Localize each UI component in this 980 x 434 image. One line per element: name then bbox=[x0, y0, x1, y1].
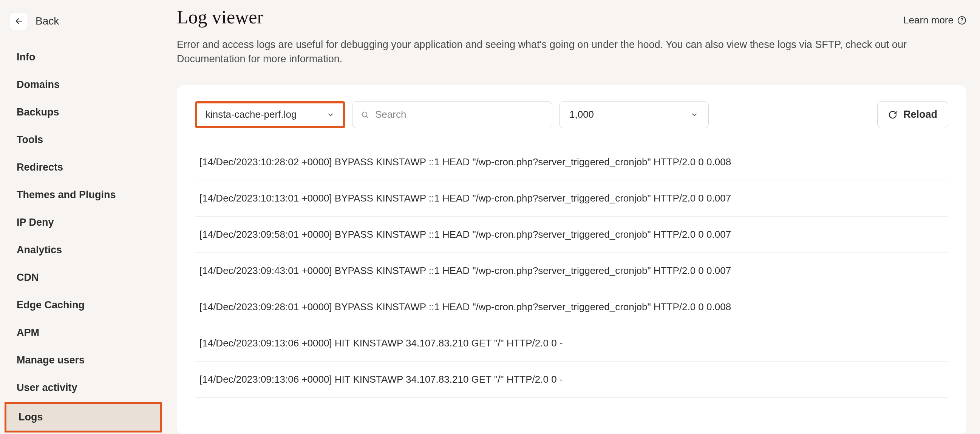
log-row: [14/Dec/2023:09:58:01 +0000] BYPASS KINS… bbox=[195, 217, 948, 253]
log-panel: kinsta-cache-perf.log 1,000 Reload bbox=[177, 85, 966, 434]
sidebar-item-cdn[interactable]: CDN bbox=[5, 264, 162, 291]
main: Log viewer Learn more Error and access l… bbox=[166, 0, 980, 434]
sidebar-item-label: Themes and Plugins bbox=[17, 189, 116, 201]
sidebar-item-edge-caching[interactable]: Edge Caching bbox=[5, 292, 162, 318]
learn-more-label: Learn more bbox=[903, 14, 953, 26]
log-row: [14/Dec/2023:10:28:02 +0000] BYPASS KINS… bbox=[195, 144, 948, 181]
sidebar-item-label: CDN bbox=[17, 272, 39, 284]
svg-point-2 bbox=[961, 22, 962, 23]
sidebar-item-redirects[interactable]: Redirects bbox=[5, 154, 162, 181]
sidebar-item-label: Analytics bbox=[17, 244, 62, 256]
page-title: Log viewer bbox=[177, 6, 263, 28]
log-file-select[interactable]: kinsta-cache-perf.log bbox=[195, 101, 345, 128]
sidebar-item-domains[interactable]: Domains bbox=[5, 71, 162, 98]
svg-point-3 bbox=[362, 112, 367, 117]
reload-button[interactable]: Reload bbox=[877, 101, 948, 128]
sidebar-item-backups[interactable]: Backups bbox=[5, 99, 162, 126]
search-input[interactable] bbox=[375, 109, 544, 120]
sidebar-item-manage-users[interactable]: Manage users bbox=[5, 347, 162, 374]
sidebar-item-label: IP Deny bbox=[17, 217, 54, 228]
svg-line-4 bbox=[366, 116, 368, 118]
row-count-value: 1,000 bbox=[570, 109, 594, 120]
sidebar-item-label: Info bbox=[17, 51, 35, 63]
log-row: [14/Dec/2023:09:13:06 +0000] HIT KINSTAW… bbox=[195, 361, 948, 398]
sidebar-item-label: Domains bbox=[17, 79, 60, 90]
sidebar-item-label: Redirects bbox=[17, 162, 63, 173]
back-row: Back bbox=[5, 9, 162, 41]
search-icon bbox=[361, 111, 369, 119]
chevron-down-icon bbox=[326, 111, 335, 119]
chevron-down-icon bbox=[690, 111, 698, 119]
sidebar-item-label: User activity bbox=[17, 382, 78, 394]
sidebar-item-label: Manage users bbox=[17, 354, 84, 366]
help-circle-icon bbox=[957, 16, 966, 25]
sidebar-item-label: Backups bbox=[17, 106, 59, 118]
sidebar-item-ip-deny[interactable]: IP Deny bbox=[5, 209, 162, 236]
sidebar-item-tools[interactable]: Tools bbox=[5, 127, 162, 153]
row-count-select[interactable]: 1,000 bbox=[559, 101, 709, 128]
controls-row: kinsta-cache-perf.log 1,000 Reload bbox=[195, 101, 948, 128]
log-file-select-value: kinsta-cache-perf.log bbox=[205, 109, 297, 120]
sidebar-item-label: Logs bbox=[19, 411, 43, 423]
sidebar-item-logs[interactable]: Logs bbox=[5, 402, 162, 432]
arrow-left-icon bbox=[15, 17, 23, 25]
log-row: [14/Dec/2023:09:28:01 +0000] BYPASS KINS… bbox=[195, 289, 948, 325]
sidebar-nav: Info Domains Backups Tools Redirects The… bbox=[5, 44, 162, 432]
back-button[interactable] bbox=[10, 12, 28, 30]
search-box[interactable] bbox=[352, 101, 552, 128]
log-list: [14/Dec/2023:10:28:02 +0000] BYPASS KINS… bbox=[195, 144, 948, 398]
sidebar-item-info[interactable]: Info bbox=[5, 44, 162, 71]
sidebar-item-user-activity[interactable]: User activity bbox=[5, 374, 162, 401]
sidebar-item-label: Edge Caching bbox=[17, 299, 84, 311]
log-row: [14/Dec/2023:09:13:06 +0000] HIT KINSTAW… bbox=[195, 325, 948, 361]
header-row: Log viewer Learn more bbox=[177, 6, 966, 28]
sidebar-item-label: APM bbox=[17, 327, 39, 339]
sidebar-item-themes-plugins[interactable]: Themes and Plugins bbox=[5, 182, 162, 208]
learn-more-link[interactable]: Learn more bbox=[903, 14, 966, 26]
sidebar-item-analytics[interactable]: Analytics bbox=[5, 237, 162, 263]
reload-icon bbox=[888, 110, 897, 119]
log-row: [14/Dec/2023:10:13:01 +0000] BYPASS KINS… bbox=[195, 181, 948, 217]
reload-label: Reload bbox=[903, 109, 937, 120]
sidebar-item-label: Tools bbox=[17, 134, 43, 146]
page-description: Error and access logs are useful for deb… bbox=[177, 38, 966, 67]
sidebar: Back Info Domains Backups Tools Redirect… bbox=[0, 0, 166, 434]
sidebar-item-apm[interactable]: APM bbox=[5, 319, 162, 346]
back-label[interactable]: Back bbox=[35, 15, 59, 27]
log-row: [14/Dec/2023:09:43:01 +0000] BYPASS KINS… bbox=[195, 253, 948, 289]
